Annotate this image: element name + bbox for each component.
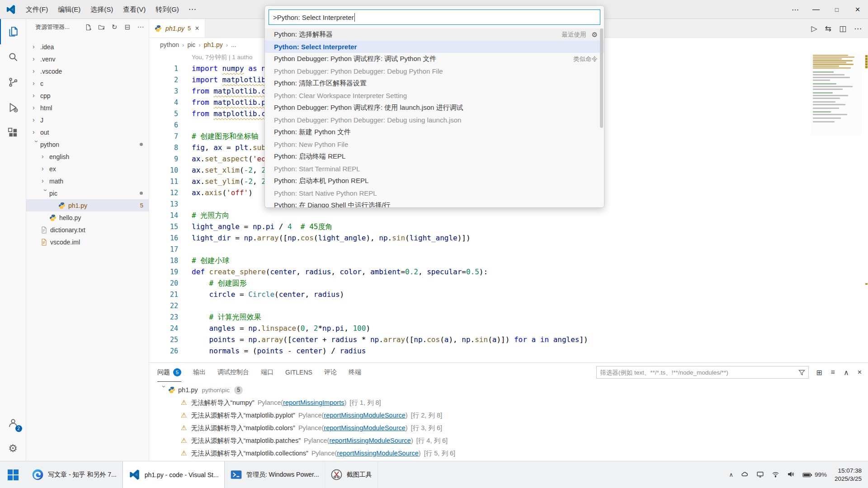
close-button[interactable]: × — [847, 0, 868, 19]
tree-item-dictionary.txt[interactable]: dictionary.txt — [26, 224, 149, 236]
tree-item-python[interactable]: ›python — [26, 138, 149, 150]
tree-item-english[interactable]: ›english — [26, 150, 149, 163]
problem-row[interactable]: ⚠无法从源解析导入“matplotlib.pyplot”Pylance(repo… — [149, 409, 868, 422]
tree-item-.vscode[interactable]: ›.vscode — [26, 65, 149, 77]
palette-item[interactable]: Python Debugger: Python 调试程序: 调试 Python … — [265, 53, 604, 65]
code-line[interactable]: 24 angles = np.linspace(0, 2*np.pi, 100) — [149, 323, 868, 334]
tab-ph1py[interactable]: ph1.py 5 × — [149, 19, 205, 38]
network-icon[interactable] — [772, 470, 779, 479]
menu-item[interactable]: 编辑(E) — [53, 0, 85, 19]
panel-tab-输出[interactable]: 输出 — [193, 368, 206, 376]
palette-item[interactable]: Python Debugger: Python Debugger: Debug … — [265, 65, 604, 77]
battery-indicator[interactable]: 99% — [802, 471, 827, 479]
tree-item-J[interactable]: ›J — [26, 114, 149, 126]
taskbar-button[interactable]: 写文章 - 知乎 和另外 7... — [26, 461, 123, 488]
problem-row[interactable]: ⚠无法从源解析导入“matplotlib.patches”Pylance(rep… — [149, 434, 868, 447]
minimap[interactable] — [811, 53, 862, 135]
hidden-icons-chevron[interactable]: ∧ — [729, 471, 733, 478]
problem-code-link[interactable]: reportMissingModuleSource — [337, 450, 419, 457]
breadcrumb-item[interactable]: pic — [187, 41, 195, 48]
view-mode-icon[interactable]: ≡ — [831, 368, 835, 376]
palette-item[interactable]: Python: 启动终端 REPL — [265, 150, 604, 163]
panel-tab-问题[interactable]: 问题5 — [157, 363, 181, 382]
panel-tab-GITLENS[interactable]: GITLENS — [285, 369, 312, 376]
open-in-editor-icon[interactable]: ⊞ — [816, 368, 822, 377]
code-line[interactable]: 22 — [149, 300, 868, 311]
code-line[interactable]: 20 # 创建圆形 — [149, 277, 868, 289]
problem-row[interactable]: ⚠无法从源解析导入“matplotlib.colors”Pylance(repo… — [149, 422, 868, 434]
explorer-icon[interactable] — [0, 19, 26, 44]
volume-icon[interactable] — [787, 470, 795, 479]
tree-item-c[interactable]: ›c — [26, 77, 149, 89]
breadcrumb-item-file[interactable]: ph1.py — [204, 41, 223, 48]
new-folder-icon[interactable] — [97, 23, 106, 32]
code-line[interactable]: 26 normals = (points - center) / radius — [149, 345, 868, 357]
code-line[interactable]: 16light_dir = np.array([np.cos(light_ang… — [149, 232, 868, 244]
taskbar-button[interactable]: 截图工具 — [325, 461, 378, 488]
problems-filter-input[interactable] — [600, 369, 798, 376]
palette-item[interactable]: Python: 启动本机 Python REPL — [265, 175, 604, 187]
run-debug-icon[interactable] — [0, 95, 26, 120]
breadcrumb-item[interactable]: python — [160, 41, 179, 48]
breadcrumb-item[interactable]: ... — [231, 41, 236, 48]
editor-more-actions-icon[interactable]: ⋯ — [854, 24, 862, 33]
taskbar-button[interactable]: 管理员: Windows Power... — [225, 461, 325, 488]
code-line[interactable]: 17 — [149, 244, 868, 255]
open-changes-icon[interactable]: ⇆ — [825, 24, 831, 33]
palette-item[interactable]: Python Debugger: Python 调试程序: 使用 launch.… — [265, 102, 604, 114]
gear-icon[interactable]: ⚙ — [592, 31, 598, 39]
tree-item-vscode.iml[interactable]: vscode.iml — [26, 236, 149, 248]
tree-item-ph1.py[interactable]: ph1.py5 — [26, 199, 149, 211]
taskbar-clock[interactable]: 15:07:38 2025/3/25 — [835, 467, 862, 483]
taskbar-button[interactable]: ph1.py - code - Visual St... — [123, 461, 225, 488]
problem-row[interactable]: ⚠无法解析导入“numpy”Pylance(reportMissingImpor… — [149, 396, 868, 409]
titlebar-more-icon[interactable]: ⋯ — [785, 0, 806, 19]
panel-tab-终端[interactable]: 终端 — [349, 368, 361, 376]
tree-item-out[interactable]: ›out — [26, 126, 149, 138]
search-icon[interactable] — [0, 44, 26, 70]
code-line[interactable]: 14# 光照方向 — [149, 210, 868, 221]
menu-item[interactable]: 转到(G) — [151, 0, 184, 19]
palette-item[interactable]: Python: Select Interpreter — [265, 41, 604, 53]
palette-item[interactable]: Python: Clear Workspace Interpreter Sett… — [265, 89, 604, 102]
problem-code-link[interactable]: reportMissingModuleSource — [329, 437, 411, 444]
new-file-icon[interactable] — [84, 23, 93, 32]
refresh-icon[interactable]: ↻ — [110, 23, 119, 32]
run-python-file-icon[interactable]: ▷ — [811, 24, 817, 33]
menu-item[interactable]: 文件(F) — [21, 0, 53, 19]
palette-item[interactable]: Python: 选择解释器最近使用⚙ — [265, 28, 604, 41]
palette-item[interactable]: Python: 清除工作区解释器设置 — [265, 77, 604, 89]
scrollbar-thumb[interactable] — [600, 28, 603, 128]
palette-item[interactable]: Python: 新建 Python 文件 — [265, 126, 604, 138]
problems-group-row[interactable]: › ph1.py python\pic 5 — [149, 384, 868, 396]
menu-item[interactable]: 查看(V) — [118, 0, 151, 19]
tree-item-.venv[interactable]: ›.venv — [26, 53, 149, 65]
tree-item-html[interactable]: ›html — [26, 102, 149, 114]
code-line[interactable]: 25 points = np.array([center + radius * … — [149, 334, 868, 345]
settings-gear-icon[interactable]: ⚙ — [0, 436, 26, 461]
palette-item[interactable]: Python: New Python File — [265, 138, 604, 150]
tree-item-cpp[interactable]: ›cpp — [26, 89, 149, 102]
display-icon[interactable] — [756, 470, 764, 479]
tree-item-pic[interactable]: ›pic — [26, 187, 149, 199]
close-panel-icon[interactable]: × — [858, 368, 862, 376]
maximize-panel-icon[interactable]: ∧ — [844, 368, 849, 377]
start-button[interactable] — [0, 461, 26, 488]
problem-code-link[interactable]: reportMissingModuleSource — [324, 412, 406, 419]
palette-item[interactable]: Python: Start Terminal REPL — [265, 163, 604, 175]
tree-item-ex[interactable]: ›ex — [26, 163, 149, 175]
palette-item[interactable]: Python: Start Native Python REPL — [265, 187, 604, 199]
maximize-button[interactable]: □ — [826, 0, 847, 19]
split-editor-icon[interactable]: ◫ — [839, 24, 846, 33]
source-control-icon[interactable] — [0, 70, 26, 95]
minimize-button[interactable]: — — [806, 0, 826, 19]
problem-row[interactable]: ⚠无法从源解析导入“matplotlib.collections”Pylance… — [149, 447, 868, 460]
problem-code-link[interactable]: reportMissingImports — [283, 399, 344, 406]
code-line[interactable]: 21 circle = Circle(center, radius) — [149, 289, 868, 300]
tree-item-hello.py[interactable]: hello.py — [26, 211, 149, 224]
menu-item[interactable]: 选择(S) — [85, 0, 118, 19]
extensions-icon[interactable] — [0, 120, 26, 145]
panel-tab-调试控制台[interactable]: 调试控制台 — [217, 368, 249, 376]
account-icon[interactable]: 2 — [0, 410, 26, 436]
overview-ruler[interactable] — [865, 52, 868, 362]
